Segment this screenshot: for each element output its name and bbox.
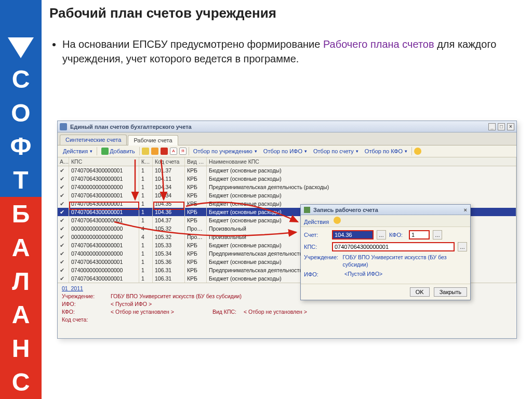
filter-ifo[interactable]: Отбор по ИФО — [261, 148, 309, 155]
popup-acct-label: Счет: — [304, 232, 329, 238]
cell-vid: КРБ — [185, 241, 207, 249]
cell-code: 101.37 — [153, 166, 185, 175]
table-row[interactable]: ✔074070643000000011101.37КРББюджет (осно… — [58, 166, 516, 175]
minimize-button[interactable]: _ — [488, 123, 496, 130]
cell-code: 104.34 — [153, 183, 185, 191]
sort-asc-icon[interactable]: A — [170, 148, 177, 155]
cell-kps: 00000000000000000 — [69, 233, 139, 241]
cell-kps: 07400000000000000 — [69, 249, 139, 258]
svg-marker-0 — [8, 37, 34, 58]
popup-kps-input[interactable] — [332, 242, 455, 251]
brand-letter: О — [0, 96, 42, 130]
grid-header[interactable]: А… КПС К… Код счета Вид … Наименование К… — [58, 157, 516, 166]
row-check-icon: ✔ — [58, 258, 69, 266]
cell-k: 1 — [139, 241, 153, 249]
cell-vid: КРБ — [185, 208, 207, 216]
brand-sidebar: СОФТБАЛАНС — [0, 0, 42, 399]
footer-org-value: ГОБУ ВПО Университет искусств (БУ без су… — [111, 293, 242, 299]
cell-kps: 07400000000000000 — [69, 266, 139, 274]
col-flag[interactable]: А… — [58, 157, 69, 166]
cell-vid: КРБ — [185, 266, 207, 274]
cell-code: 105.33 — [153, 241, 185, 249]
cell-code: 104.37 — [153, 216, 185, 224]
cell-name: Бюджет (основные расходы) — [207, 191, 516, 200]
footer-ifo-label: ИФО: — [62, 301, 103, 307]
col-vid[interactable]: Вид … — [185, 157, 207, 166]
record-popup: Запись рабочего счета × Действия Счет: …… — [300, 204, 471, 300]
cell-kps: 07407064300000001 — [69, 208, 139, 216]
filter-kfo[interactable]: Отбор по КФО — [363, 148, 409, 155]
row-check-icon: ✔ — [58, 274, 69, 283]
row-check-icon: ✔ — [58, 233, 69, 241]
filter-org[interactable]: Отбор по учреждению — [191, 148, 259, 155]
brand-letter: А — [0, 231, 42, 264]
row-check-icon: ✔ — [58, 175, 69, 183]
sort-desc-icon[interactable]: Я — [179, 148, 187, 155]
cell-code: 105.32 — [153, 224, 185, 233]
footer-org-label: Учреждение: — [62, 293, 103, 299]
cell-k: 1 — [139, 208, 153, 216]
footer-period-link[interactable]: 01_2011 — [62, 285, 83, 291]
cell-code: 105.34 — [153, 249, 185, 258]
col-kps[interactable]: КПС — [69, 157, 139, 166]
cell-vid: Про… — [185, 233, 207, 241]
copy-icon[interactable] — [142, 148, 149, 155]
cell-code: 105.36 — [153, 258, 185, 266]
window-title: Единый план счетов бухгалтерского учета — [70, 124, 192, 130]
actions-menu[interactable]: Действия — [61, 148, 95, 155]
popup-acct-select[interactable]: … — [377, 230, 386, 240]
popup-close-icon[interactable]: × — [464, 207, 467, 213]
close-button[interactable]: × — [507, 123, 514, 130]
popup-help-icon[interactable] — [334, 217, 341, 224]
cell-name: Бюджет (основные расходы) — [207, 166, 516, 175]
delete-icon[interactable] — [161, 148, 168, 155]
cell-k: 4 — [139, 224, 153, 233]
table-row[interactable]: ✔074000000000000001104.34КРБПредпринимат… — [58, 183, 516, 191]
cell-k: 1 — [139, 166, 153, 175]
popup-acct-input[interactable] — [332, 230, 374, 240]
cell-k: 1 — [139, 183, 153, 191]
edit-icon[interactable] — [151, 148, 158, 155]
popup-kps-select[interactable]: … — [458, 242, 467, 251]
popup-titlebar[interactable]: Запись рабочего счета × — [301, 205, 470, 215]
popup-icon — [304, 207, 310, 213]
popup-actions-menu[interactable]: Действия — [304, 219, 329, 225]
cell-kps: 07407064300000001 — [69, 274, 139, 283]
maximize-button[interactable]: □ — [498, 123, 505, 130]
col-code[interactable]: Код счета — [153, 157, 185, 166]
cell-k: 1 — [139, 266, 153, 274]
popup-toolbar: Действия — [301, 215, 470, 227]
popup-kfo-input[interactable] — [409, 230, 430, 240]
cell-vid: КРБ — [185, 191, 207, 200]
footer-vidkps-label: Вид КПС: — [212, 309, 236, 315]
tabs: Синтетические счета Рабочие счета — [58, 132, 516, 145]
popup-kfo-select[interactable]: … — [433, 230, 442, 240]
col-name[interactable]: Наименование КПС — [207, 157, 516, 166]
slide-heading: Рабочий план счетов учреждения — [49, 5, 527, 21]
popup-ok-button[interactable]: OK — [410, 287, 430, 297]
tab-working[interactable]: Рабочие счета — [128, 135, 178, 145]
cell-vid: Про… — [185, 224, 207, 233]
cell-vid: КРБ — [185, 175, 207, 183]
row-check-icon: ✔ — [58, 241, 69, 249]
brand-letter: Ф — [0, 130, 42, 164]
table-row[interactable]: ✔074070643000000011104.34КРББюджет (осно… — [58, 191, 516, 200]
popup-close-button[interactable]: Закрыть — [434, 287, 467, 297]
row-check-icon: ✔ — [58, 216, 69, 224]
popup-ifo-value: <Пустой ИФО> — [344, 271, 382, 278]
popup-kfo-label: КФО: — [389, 232, 406, 238]
popup-org-label: Учреждение: — [304, 254, 339, 260]
footer-kfo-label: КФО: — [62, 309, 103, 315]
cell-vid: КРБ — [185, 166, 207, 175]
window-titlebar[interactable]: Единый план счетов бухгалтерского учета … — [58, 121, 516, 132]
add-button[interactable]: Добавить — [99, 147, 137, 155]
tab-synthetic[interactable]: Синтетические счета — [60, 135, 127, 145]
help-icon[interactable] — [414, 148, 421, 155]
table-row[interactable]: ✔074070643000000011104.11КРББюджет (осно… — [58, 175, 516, 183]
row-check-icon: ✔ — [58, 166, 69, 175]
brand-letter: Л — [0, 264, 42, 298]
filter-acct[interactable]: Отбор по счету — [311, 148, 361, 155]
col-k[interactable]: К… — [139, 157, 153, 166]
cell-k: 1 — [139, 175, 153, 183]
cell-kps: 07407064300000001 — [69, 166, 139, 175]
